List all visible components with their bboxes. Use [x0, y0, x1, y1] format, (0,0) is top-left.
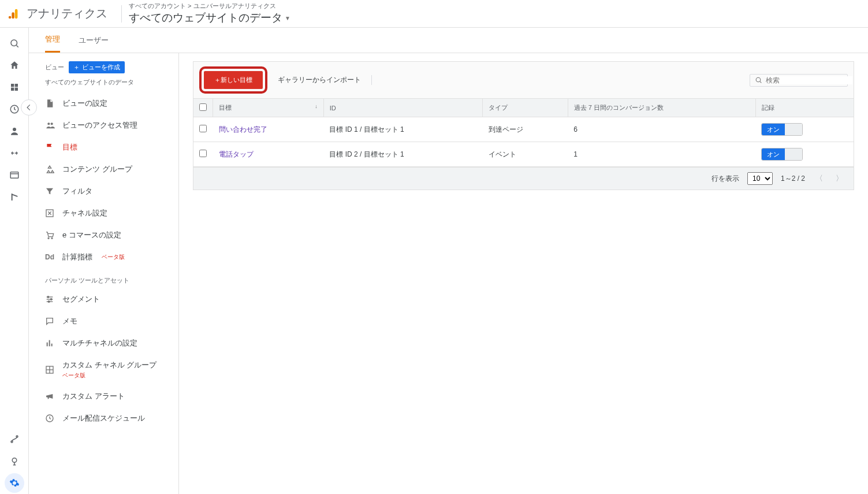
top-bar: アナリティクス すべてのアカウント > ユニバーサルアナリティクス すべてのウェ… [0, 0, 868, 28]
nav-filters[interactable]: フィルタ [29, 180, 178, 202]
nav-ecommerce[interactable]: e コマースの設定 [29, 224, 178, 246]
svg-point-22 [51, 237, 53, 239]
recording-toggle[interactable]: オン [761, 148, 803, 161]
cart-icon [45, 231, 55, 240]
nav-channel-settings[interactable]: チャネル設定 [29, 202, 178, 224]
nav-segments[interactable]: セグメント [29, 288, 178, 310]
nav-mail-schedule[interactable]: メール配信スケジュール [29, 407, 178, 429]
create-view-button[interactable]: ＋ ビューを作成 [69, 61, 125, 73]
cell-conv: 1 [568, 142, 755, 167]
svg-rect-5 [11, 84, 14, 87]
pager: 行を表示 10 1～2 / 2 〈 〉 [193, 167, 854, 190]
grid-icon [45, 365, 55, 374]
svg-rect-6 [14, 84, 17, 87]
nav-access-management[interactable]: ビューのアクセス管理 [29, 114, 178, 136]
goals-main: ＋新しい目標 ギャラリーからインポート 目標 [179, 53, 868, 494]
view-column-subtitle: すべてのウェブサイトのデータ [29, 78, 178, 92]
nav-goals[interactable]: 目標 [29, 136, 178, 158]
dashboard-icon[interactable] [5, 77, 24, 97]
tab-admin[interactable]: 管理 [45, 28, 60, 53]
search-input[interactable] [766, 76, 852, 84]
view-title: すべてのウェブサイトのデータ [129, 10, 282, 25]
flag-icon [45, 143, 55, 152]
col-recording[interactable]: 記録 [755, 99, 854, 117]
svg-point-3 [11, 40, 17, 46]
svg-point-18 [47, 122, 50, 125]
view-column-label: ビュー [45, 63, 64, 72]
home-icon[interactable] [5, 55, 24, 75]
page-size-select[interactable]: 10 [747, 172, 773, 185]
svg-point-36 [756, 77, 761, 82]
filter-icon [45, 187, 55, 196]
goals-card: ＋新しい目標 ギャラリーからインポート 目標 [193, 61, 854, 190]
col-type[interactable]: タイプ [483, 99, 568, 117]
document-icon [45, 99, 55, 108]
select-all-checkbox[interactable] [199, 103, 207, 111]
nav-content-groups[interactable]: コンテンツ グループ [29, 158, 178, 180]
nav-custom-alerts[interactable]: カスタム アラート [29, 385, 178, 407]
attribution-icon[interactable] [5, 429, 24, 449]
pager-rows-label: 行を表示 [711, 174, 739, 184]
conversions-icon[interactable] [5, 187, 24, 207]
svg-point-28 [48, 301, 50, 303]
nav-calc-metrics[interactable]: Dd 計算指標 ベータ版 [29, 246, 178, 268]
svg-point-27 [50, 299, 52, 300]
beta-badge: ベータ版 [102, 253, 125, 261]
goal-link[interactable]: 問い合わせ完了 [219, 125, 267, 133]
recording-toggle[interactable]: オン [761, 123, 803, 136]
audience-icon[interactable] [5, 121, 24, 141]
svg-point-19 [51, 122, 53, 125]
nav-multichannel[interactable]: マルチチャネルの設定 [29, 332, 178, 354]
admin-tabbar: 管理 ユーザー [29, 28, 868, 53]
search-icon[interactable] [5, 34, 24, 53]
discover-icon[interactable] [5, 451, 24, 471]
dd-icon: Dd [45, 253, 55, 261]
svg-point-21 [48, 237, 49, 239]
beta-badge: ベータ版 [62, 372, 85, 378]
admin-gear-icon[interactable] [5, 473, 24, 493]
content-group-icon [45, 165, 55, 174]
behavior-icon[interactable] [5, 165, 24, 185]
cell-type: イベント [483, 142, 568, 167]
goal-link[interactable]: 電話タップ [219, 150, 254, 158]
nav-view-settings[interactable]: ビューの設定 [29, 92, 178, 114]
new-goal-button[interactable]: ＋新しい目標 [204, 71, 263, 89]
svg-rect-1 [12, 12, 14, 18]
col-goal[interactable]: 目標↓ [213, 99, 324, 117]
svg-point-15 [12, 458, 17, 463]
col-id[interactable]: ID [323, 99, 482, 117]
plus-icon: ＋ [73, 63, 80, 72]
svg-rect-31 [51, 344, 53, 347]
pager-next-icon[interactable]: 〉 [833, 173, 845, 184]
app-name: アナリティクス [27, 6, 107, 21]
back-button[interactable] [21, 99, 37, 116]
chevron-down-icon: ▼ [285, 15, 290, 21]
svg-rect-11 [10, 172, 18, 179]
left-rail [0, 28, 29, 494]
acquisition-icon[interactable] [5, 143, 24, 163]
import-from-gallery-link[interactable]: ギャラリーからインポート [278, 75, 372, 85]
row-checkbox[interactable] [199, 150, 207, 157]
cell-id: 目標 ID 1 / 目標セット 1 [323, 117, 482, 142]
new-goal-highlight: ＋新しい目標 [199, 66, 267, 94]
search-box[interactable] [750, 74, 848, 87]
search-icon [755, 76, 762, 84]
goals-table: 目標↓ ID タイプ 過去 7 日間のコンバージョン数 記録 問い合わせ完了 [193, 99, 854, 167]
table-row: 問い合わせ完了 目標 ID 1 / 目標セット 1 到達ページ 6 オン [193, 117, 854, 142]
svg-line-37 [760, 81, 761, 83]
note-icon [45, 317, 55, 326]
breadcrumb: すべてのアカウント > ユニバーサルアナリティクス [129, 2, 290, 10]
sort-down-icon: ↓ [315, 103, 318, 109]
row-checkbox[interactable] [199, 125, 207, 132]
col-conversions[interactable]: 過去 7 日間のコンバージョン数 [568, 99, 755, 117]
nav-notes[interactable]: メモ [29, 310, 178, 332]
goals-toolbar: ＋新しい目標 ギャラリーからインポート [193, 62, 854, 99]
svg-rect-8 [14, 88, 17, 91]
divider [121, 5, 122, 23]
personal-section-header: パーソナル ツールとアセット [29, 268, 178, 288]
pager-prev-icon[interactable]: 〈 [813, 173, 825, 184]
account-selector[interactable]: すべてのアカウント > ユニバーサルアナリティクス すべてのウェブサイトのデータ… [129, 2, 290, 25]
analytics-logo-icon [5, 5, 23, 23]
tab-user[interactable]: ユーザー [79, 28, 109, 53]
nav-custom-channel-group[interactable]: カスタム チャネル グループ ベータ版 [29, 354, 178, 385]
